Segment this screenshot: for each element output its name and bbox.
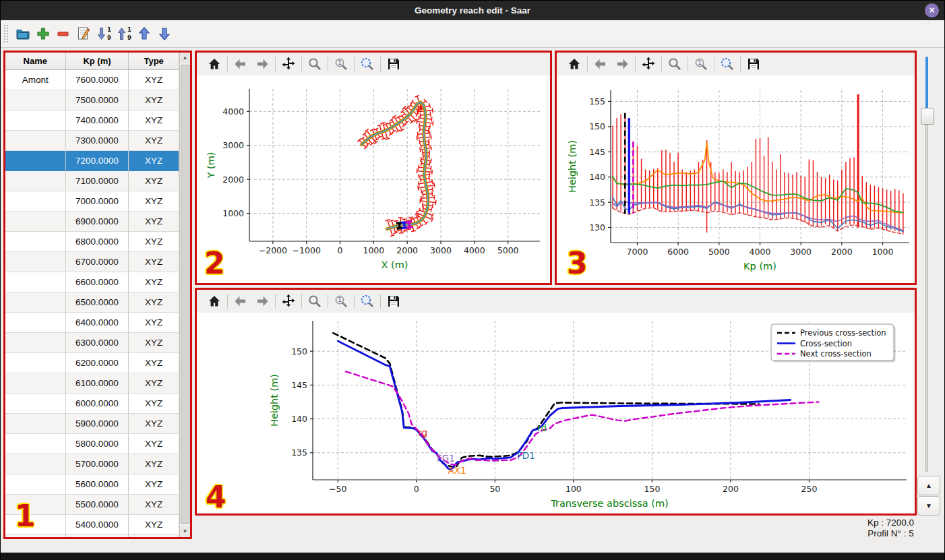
- cell-kp[interactable]: 5700.0000: [66, 454, 129, 474]
- cell-name[interactable]: [5, 131, 66, 151]
- cell-kp[interactable]: 6400.0000: [66, 313, 129, 333]
- cell-kp[interactable]: 7500.0000: [66, 90, 129, 111]
- table-row[interactable]: 7100.0000XYZ: [5, 171, 179, 191]
- mpl-back-button[interactable]: [230, 55, 251, 73]
- cell-kp[interactable]: [66, 535, 129, 537]
- mpl-zoom-button[interactable]: [664, 55, 685, 73]
- mpl-home-button[interactable]: [204, 292, 225, 311]
- sort-ascending-button[interactable]: 19: [114, 24, 134, 44]
- mpl-zoom-fit-button[interactable]: [357, 55, 378, 73]
- cell-name[interactable]: [5, 333, 66, 353]
- cell-type[interactable]: XYZ: [129, 151, 179, 171]
- cell-type[interactable]: XYZ: [129, 292, 179, 313]
- table-row[interactable]: 6800.0000XYZ: [5, 232, 179, 252]
- cell-name[interactable]: [5, 171, 66, 191]
- cell-type[interactable]: XYZ: [129, 70, 179, 90]
- cell-kp[interactable]: 6300.0000: [66, 333, 129, 353]
- cell-name[interactable]: [5, 414, 66, 434]
- cell-kp[interactable]: 5500.0000: [66, 495, 129, 515]
- table-row[interactable]: Amont7600.0000XYZ: [5, 70, 179, 90]
- mpl-save-button[interactable]: [383, 292, 404, 311]
- cell-kp[interactable]: 6100.0000: [66, 373, 129, 394]
- slider-handle[interactable]: [921, 108, 934, 125]
- cell-kp[interactable]: 5600.0000: [66, 474, 129, 495]
- mpl-home-button[interactable]: [204, 55, 225, 73]
- profile-slider[interactable]: [921, 57, 933, 472]
- cell-kp[interactable]: 5900.0000: [66, 414, 129, 434]
- table-scrollbar[interactable]: ▲ ▼: [179, 53, 190, 537]
- table-row[interactable]: 6500.0000XYZ: [5, 292, 179, 313]
- cell-type[interactable]: XYZ: [129, 272, 179, 292]
- cell-kp[interactable]: 7600.0000: [66, 70, 129, 90]
- cell-type[interactable]: XYZ: [129, 434, 179, 454]
- table-row[interactable]: 6300.0000XYZ: [5, 333, 179, 353]
- cell-kp[interactable]: 5800.0000: [66, 434, 129, 454]
- profile-down-button[interactable]: ▼: [917, 496, 940, 516]
- cell-type[interactable]: XYZ: [129, 90, 179, 111]
- mpl-forward-button[interactable]: [251, 292, 273, 311]
- mpl-pan-button[interactable]: [278, 292, 299, 311]
- plan-view-plot[interactable]: −2000−1000010002000300040005000100020003…: [197, 75, 550, 283]
- mpl-forward-button[interactable]: [611, 55, 633, 73]
- cell-type[interactable]: XYZ: [129, 394, 179, 414]
- add-button[interactable]: [33, 24, 53, 44]
- cell-type[interactable]: XYZ: [129, 212, 179, 232]
- cell-type[interactable]: XYZ: [129, 191, 179, 212]
- cell-kp[interactable]: 6700.0000: [66, 252, 129, 272]
- table-row[interactable]: 6400.0000XYZ: [5, 313, 179, 333]
- mpl-forward-button[interactable]: [251, 55, 273, 73]
- mpl-back-button[interactable]: [230, 292, 251, 311]
- cell-name[interactable]: [5, 252, 66, 272]
- cell-kp[interactable]: 6800.0000: [66, 232, 129, 252]
- move-up-button[interactable]: [134, 24, 154, 44]
- mpl-save-button[interactable]: [383, 55, 404, 73]
- cell-name[interactable]: [5, 191, 66, 212]
- mpl-zoom-button[interactable]: [304, 292, 326, 311]
- cell-kp[interactable]: 5400.0000: [66, 515, 129, 535]
- table-row[interactable]: 5700.0000XYZ: [5, 454, 179, 474]
- mpl-pan-button[interactable]: [638, 55, 659, 73]
- open-button[interactable]: [13, 24, 33, 44]
- move-down-button[interactable]: [154, 24, 175, 44]
- table-row[interactable]: 6200.0000XYZ: [5, 353, 179, 373]
- sort-descending-button[interactable]: 19: [94, 24, 114, 44]
- longitudinal-profile-plot[interactable]: 7000600050004000300020001000130135140145…: [557, 75, 915, 283]
- mpl-zoom-region-button[interactable]: 1: [690, 55, 712, 73]
- cell-name[interactable]: [5, 535, 66, 537]
- cell-type[interactable]: XYZ: [129, 353, 179, 373]
- cell-name[interactable]: [5, 212, 66, 232]
- table-row[interactable]: 7300.0000XYZ: [5, 131, 179, 151]
- edit-button[interactable]: [73, 24, 94, 44]
- table-row[interactable]: 6600.0000XYZ: [5, 272, 179, 292]
- table-row[interactable]: 6900.0000XYZ: [5, 212, 179, 232]
- cell-name[interactable]: [5, 272, 66, 292]
- table-row[interactable]: 7000.0000XYZ: [5, 191, 179, 212]
- cell-name[interactable]: [5, 353, 66, 373]
- close-button[interactable]: ×: [925, 3, 939, 18]
- cell-type[interactable]: XYZ: [129, 111, 179, 131]
- remove-button[interactable]: [53, 24, 73, 44]
- mpl-home-button[interactable]: [563, 55, 585, 73]
- cell-type[interactable]: XYZ: [129, 171, 179, 191]
- cell-kp[interactable]: 6500.0000: [66, 292, 129, 313]
- cell-type[interactable]: XYZ: [129, 454, 179, 474]
- scroll-up-button[interactable]: ▲: [180, 53, 190, 63]
- cell-type[interactable]: XYZ: [129, 131, 179, 151]
- table-row[interactable]: 6100.0000XYZ: [5, 373, 179, 394]
- table-row[interactable]: 6000.0000XYZ: [5, 394, 179, 414]
- cell-type[interactable]: XYZ: [129, 474, 179, 495]
- cell-type[interactable]: XYZ: [129, 333, 179, 353]
- mpl-save-button[interactable]: [743, 55, 764, 73]
- mpl-zoom-region-button[interactable]: 1: [330, 292, 352, 311]
- table-row[interactable]: 7200.0000XYZ: [5, 151, 179, 171]
- cell-type[interactable]: XYZ: [129, 515, 179, 535]
- mpl-pan-button[interactable]: [278, 55, 299, 73]
- table-row[interactable]: 5900.0000XYZ: [5, 414, 179, 434]
- table-row[interactable]: 7500.0000XYZ: [5, 90, 179, 111]
- cell-type[interactable]: [129, 535, 179, 537]
- cell-name[interactable]: [5, 474, 66, 495]
- cell-name[interactable]: [5, 313, 66, 333]
- mpl-zoom-fit-button[interactable]: [717, 55, 738, 73]
- column-header-kp[interactable]: Kp (m): [66, 53, 129, 69]
- column-header-type[interactable]: Type: [129, 53, 179, 69]
